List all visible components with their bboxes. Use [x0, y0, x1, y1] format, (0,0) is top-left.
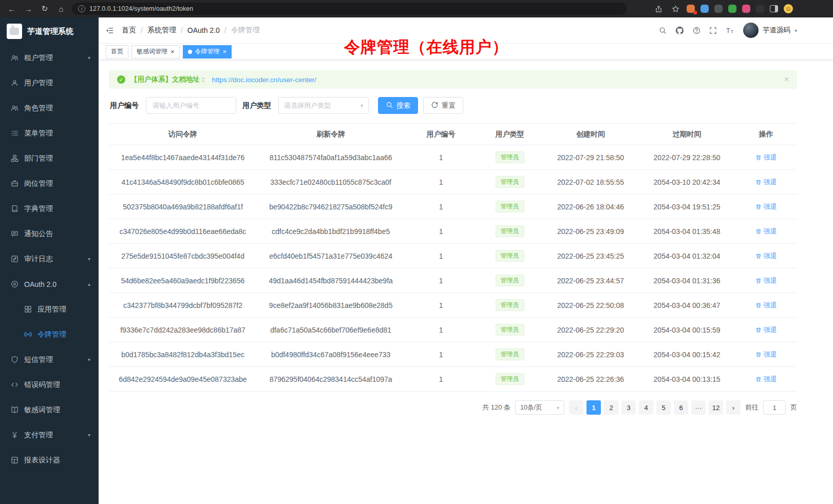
sidebar-item-report[interactable]: 报表设计器 — [0, 448, 99, 473]
sidebar-item-audit[interactable]: 审计日志▾ — [0, 246, 99, 272]
tab-2[interactable]: 令牌管理× — [183, 45, 232, 59]
sidebar-item-notice[interactable]: 通知公告 — [0, 221, 99, 246]
force-logout-button[interactable]: 强退 — [755, 276, 777, 285]
pay-icon — [10, 431, 18, 439]
pagination-page-4[interactable]: 4 — [639, 400, 653, 415]
collapse-sidebar-icon[interactable] — [106, 27, 113, 34]
post-icon — [10, 180, 18, 188]
breadcrumb: 首页/系统管理/OAuth 2.0/令牌管理 — [122, 26, 260, 35]
reset-button[interactable]: 重置 — [423, 97, 463, 114]
goto-page-input[interactable] — [763, 400, 786, 415]
pagination-prev-button[interactable]: ‹ — [569, 400, 583, 415]
tab-close-icon[interactable]: × — [171, 48, 175, 55]
pagination-page-6[interactable]: 6 — [674, 400, 688, 415]
browser-url-bar[interactable]: i 127.0.0.1:1024/system/oauth2/token — [72, 3, 627, 15]
sidebar-logo-row: 芋道管理系统 — [0, 17, 99, 45]
browser-forward-icon[interactable]: → — [23, 3, 34, 14]
force-logout-button[interactable]: 强退 — [755, 375, 777, 384]
access-token-cell: 6d842e2924594de9a09e45e087323abe — [109, 367, 257, 392]
pagination-page-2[interactable]: 2 — [604, 400, 618, 415]
sms-icon — [10, 356, 18, 364]
pagination-page-3[interactable]: 3 — [621, 400, 636, 415]
sidebar-item-dict[interactable]: 字典管理 — [0, 196, 99, 221]
page-size-select[interactable]: 10条/页 ▾ — [515, 400, 564, 415]
github-icon[interactable] — [675, 26, 684, 35]
sidebar-item-sms[interactable]: 短信管理▾ — [0, 347, 99, 372]
sidebar-item-token[interactable]: 令牌管理 — [0, 322, 99, 347]
sidebar-item-menu[interactable]: 菜单管理 — [0, 121, 99, 146]
pagination-page-1[interactable]: 1 — [586, 400, 601, 415]
column-header: 创建时间 — [542, 124, 639, 145]
side-panel-icon[interactable] — [770, 5, 778, 12]
force-logout-button[interactable]: 强退 — [755, 227, 777, 236]
force-logout-button[interactable]: 强退 — [755, 350, 777, 359]
expires-at-cell: 2054-03-04 00:15:59 — [639, 318, 735, 342]
share-icon[interactable] — [653, 3, 664, 14]
sidebar-item-post[interactable]: 岗位管理 — [0, 171, 99, 196]
user-id-input[interactable] — [146, 97, 236, 114]
extension-green-icon[interactable] — [728, 5, 736, 13]
table-row: 502375b8040a469a9b82188afdf6af1fbe90422b… — [109, 195, 797, 219]
browser-profile-avatar[interactable]: ☺ — [784, 4, 793, 13]
page-info-icon[interactable]: i — [78, 5, 85, 12]
sidebar-menu: 租户管理▾用户管理角色管理菜单管理部门管理岗位管理字典管理通知公告审计日志▾OA… — [0, 45, 99, 473]
sidebar-item-role[interactable]: 角色管理 — [0, 95, 99, 121]
role-icon — [10, 104, 18, 112]
delete-icon — [755, 204, 762, 210]
user-id-cell: 1 — [405, 342, 477, 367]
breadcrumb-item[interactable]: 首页 — [122, 26, 136, 35]
dict-icon — [10, 205, 18, 213]
force-logout-button[interactable]: 强退 — [755, 178, 777, 187]
breadcrumb-item[interactable]: OAuth 2.0 — [187, 26, 220, 34]
pagination-more-button[interactable]: ··· — [691, 400, 706, 415]
search-icon[interactable] — [659, 27, 667, 34]
user-menu[interactable]: 芋道源码 ▾ — [743, 23, 797, 38]
force-logout-button[interactable]: 强退 — [755, 325, 777, 335]
extension-black-icon[interactable] — [756, 5, 764, 13]
extension-dark-icon[interactable] — [714, 5, 723, 13]
search-button[interactable]: 搜索 — [378, 97, 418, 114]
tab-0[interactable]: 首页 — [106, 45, 128, 59]
doc-link[interactable]: https://doc.iocoder.cn/user-center/ — [212, 76, 316, 84]
browser-back-icon[interactable]: ← — [6, 3, 17, 14]
sidebar-item-pay[interactable]: 支付管理▾ — [0, 422, 99, 448]
sidebar-item-dept[interactable]: 部门管理 — [0, 146, 99, 171]
alert-close-icon[interactable]: × — [784, 75, 789, 84]
table-row: c342377bf8b344799dcbf7bf095287f29ce8ef2a… — [109, 293, 797, 318]
user-type-cell: 管理员 — [477, 268, 542, 293]
browser-home-icon[interactable]: ⌂ — [55, 3, 67, 14]
tab-close-icon[interactable]: × — [223, 48, 227, 55]
refresh-token-cell: 811c530487574fa0af1a59d3abc1aa66 — [257, 145, 405, 170]
sidebar-item-sensitive[interactable]: 敏感词管理 — [0, 397, 99, 422]
force-logout-button[interactable]: 强退 — [755, 153, 777, 162]
extension-pink-icon[interactable] — [742, 5, 750, 13]
user-type-select[interactable]: 请选择用户类型 ▾ — [278, 97, 369, 114]
force-logout-button[interactable]: 强退 — [755, 251, 777, 261]
help-icon[interactable] — [693, 27, 701, 34]
user-id-cell: 1 — [405, 293, 477, 318]
sidebar-item-oauth[interactable]: OAuth 2.0▴ — [0, 272, 99, 297]
actions-cell: 强退 — [735, 244, 797, 268]
actions-cell: 强退 — [735, 145, 797, 170]
browser-reload-icon[interactable]: ↻ — [39, 3, 50, 14]
pagination-page-12[interactable]: 12 — [709, 400, 723, 415]
sidebar-item-app[interactable]: 应用管理 — [0, 297, 99, 322]
breadcrumb-item[interactable]: 系统管理 — [147, 26, 176, 35]
extension-orange-icon[interactable] — [687, 5, 695, 13]
sidebar-item-tenant[interactable]: 租户管理▾ — [0, 45, 99, 70]
tab-1[interactable]: 敏感词管理× — [131, 45, 180, 59]
sidebar-item-errcode[interactable]: 错误码管理 — [0, 372, 99, 397]
sidebar-item-user[interactable]: 用户管理 — [0, 70, 99, 95]
actions-cell: 强退 — [735, 268, 797, 293]
extension-blue-icon[interactable] — [701, 5, 709, 13]
force-logout-button[interactable]: 强退 — [755, 301, 777, 310]
pagination-page-5[interactable]: 5 — [656, 400, 671, 415]
bookmark-star-icon[interactable] — [670, 3, 681, 14]
force-logout-button[interactable]: 强退 — [755, 202, 777, 211]
user-type-badge: 管理员 — [496, 275, 524, 286]
delete-icon — [755, 253, 762, 259]
font-size-icon[interactable]: TT — [726, 26, 734, 35]
fullscreen-icon[interactable] — [709, 27, 717, 34]
svg-text:T: T — [726, 27, 730, 34]
pagination-next-button[interactable]: › — [726, 400, 741, 415]
